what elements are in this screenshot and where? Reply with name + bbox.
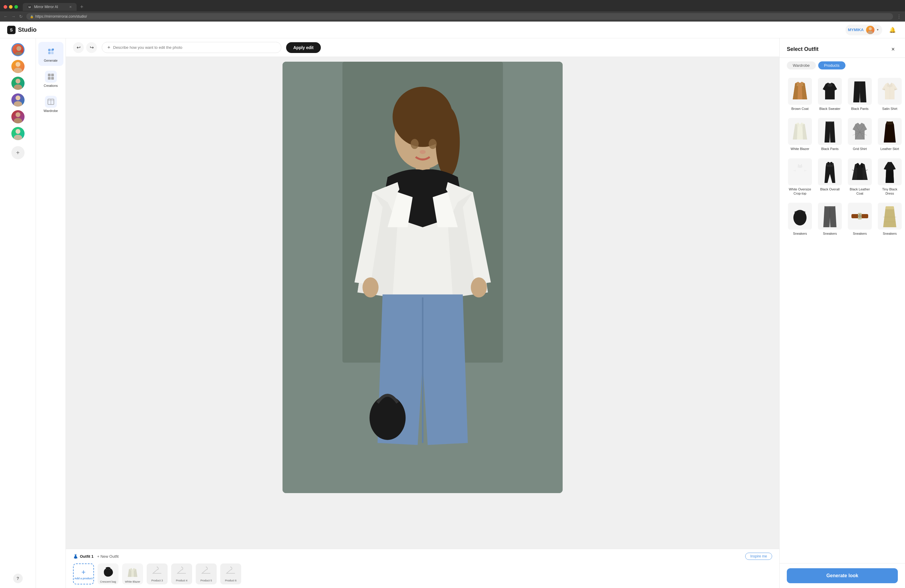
svg-rect-22: [51, 74, 54, 76]
outfit-grid: Brown Coat Black Sweater: [780, 73, 905, 563]
app-logo: S Studio: [7, 26, 37, 34]
content-area: ↩ ↪ ✦ Apply edit: [66, 38, 779, 588]
grid-row-4: Sneakers Sneakers: [787, 200, 898, 238]
grid-item-grid-shirt[interactable]: Grid Shirt: [847, 116, 873, 153]
grid-item-satin-shirt[interactable]: Satin Shirt: [876, 75, 903, 113]
grid-item-sneakers-1[interactable]: Sneakers: [787, 200, 813, 238]
nav-avatar-3[interactable]: [11, 77, 25, 90]
outfit-item-product4[interactable]: Product 4: [171, 563, 192, 585]
browser-menu-btn[interactable]: ⋮: [897, 14, 902, 19]
new-outfit-btn[interactable]: + New Outfit: [97, 554, 119, 559]
outfit-item-product5[interactable]: Product 5: [196, 563, 217, 585]
tab-wardrobe-btn[interactable]: Wardrobe: [787, 61, 816, 70]
left-nav: + ?: [0, 38, 36, 588]
grid-item-sneakers-3[interactable]: Sneakers: [847, 200, 873, 238]
outfit-icon: 👗: [73, 554, 78, 559]
add-avatar-btn[interactable]: +: [11, 146, 25, 159]
inspire-me-btn[interactable]: Inspire me: [745, 553, 772, 560]
svg-point-8: [16, 79, 21, 84]
outfit-item-crescent-bag[interactable]: Crescent bag: [98, 563, 119, 585]
edit-input[interactable]: [113, 45, 276, 50]
user-dropdown-chevron: ▾: [877, 28, 879, 32]
sidebar-item-creations[interactable]: Creations: [38, 67, 64, 91]
close-window-btn[interactable]: [3, 5, 7, 9]
top-bar: S Studio MYMIKA ▾ 🔔: [0, 22, 905, 38]
outfit-item-white-blazer[interactable]: White Blazer: [122, 563, 143, 585]
nav-avatar-1[interactable]: [11, 43, 25, 56]
sidebar-item-generate[interactable]: Generate: [38, 42, 64, 66]
svg-point-39: [369, 396, 405, 440]
sneakers-1-label: Sneakers: [793, 231, 807, 236]
svg-point-42: [419, 150, 426, 154]
svg-point-20: [52, 49, 54, 50]
black-overall-img: [818, 158, 842, 185]
grid-shirt-label: Grid Shirt: [853, 147, 867, 151]
top-bar-right: MYMIKA ▾ 🔔: [845, 25, 898, 35]
grid-item-black-leather-coat[interactable]: Black Leather Coat: [847, 156, 873, 198]
nav-refresh-btn[interactable]: ↻: [19, 14, 23, 19]
outfit-item-product6[interactable]: Product 6: [220, 563, 241, 585]
grid-item-black-overall[interactable]: Black Overall: [817, 156, 843, 198]
generate-look-btn[interactable]: Generate look: [787, 568, 898, 583]
apply-edit-btn[interactable]: Apply edit: [286, 42, 321, 53]
grid-item-sneakers-2[interactable]: Sneakers: [817, 200, 843, 238]
minimize-window-btn[interactable]: [9, 5, 13, 9]
grid-item-sneakers-4[interactable]: Sneakers: [876, 200, 903, 238]
svg-rect-55: [887, 122, 893, 124]
white-crop-img: [788, 158, 812, 185]
tab-close-btn[interactable]: ✕: [69, 5, 72, 9]
black-leather-coat-img: [848, 158, 872, 185]
hanger-icon-5: [201, 566, 211, 578]
redo-btn[interactable]: ↪: [86, 42, 97, 53]
grid-item-brown-coat[interactable]: Brown Coat: [787, 75, 813, 113]
white-blazer-img-grid: [788, 118, 812, 145]
sidebar-item-wardrobe[interactable]: Wardrobe: [38, 92, 64, 116]
right-panel: Select Outfit × Wardrobe Products: [779, 38, 905, 588]
svg-point-36: [362, 278, 379, 297]
brown-coat-img: [788, 78, 812, 105]
add-product-btn[interactable]: + Add a product: [73, 563, 94, 585]
grid-item-black-pants-1[interactable]: Black Pants: [847, 75, 873, 113]
grid-item-white-blazer[interactable]: White Blazer: [787, 116, 813, 153]
help-btn[interactable]: ?: [13, 574, 23, 583]
new-tab-btn[interactable]: +: [80, 4, 84, 10]
svg-point-15: [14, 135, 22, 140]
tab-products-btn[interactable]: Products: [818, 61, 845, 70]
outfit-item-product3[interactable]: Product 3: [147, 563, 168, 585]
canvas-section: [66, 57, 779, 549]
sneakers-3-label: Sneakers: [853, 231, 867, 236]
grid-item-leather-skirt[interactable]: Leather Skirt: [876, 116, 903, 153]
nav-forward-btn[interactable]: →: [11, 14, 16, 19]
grid-item-tiny-black-dress[interactable]: Tiny Black Dress: [876, 156, 903, 198]
black-sweater-label: Black Sweater: [819, 106, 840, 111]
tab-favicon: M: [27, 5, 32, 9]
nav-avatar-6[interactable]: [11, 127, 25, 140]
sneakers-2-img: [818, 203, 842, 230]
svg-point-5: [15, 52, 23, 56]
user-name: MYMIKA: [848, 27, 864, 32]
grid-item-black-sweater[interactable]: Black Sweater: [817, 75, 843, 113]
svg-point-12: [16, 112, 21, 117]
nav-avatar-5[interactable]: [11, 110, 25, 123]
grid-item-black-pants-2[interactable]: Black Pants: [817, 116, 843, 153]
nav-avatar-4[interactable]: [11, 94, 25, 106]
generate-section: Generate look: [780, 563, 905, 588]
user-badge[interactable]: MYMIKA ▾: [845, 25, 882, 35]
notification-bell-btn[interactable]: 🔔: [887, 25, 898, 35]
white-blazer-img: [125, 565, 140, 580]
app-title: Studio: [18, 26, 37, 33]
svg-rect-60: [799, 210, 801, 212]
nav-avatar-2[interactable]: [11, 60, 25, 73]
crescent-bag-label: Crescent bag: [99, 580, 117, 583]
panel-close-btn[interactable]: ×: [888, 44, 898, 54]
nav-back-btn[interactable]: ←: [3, 14, 8, 19]
sneakers-4-label: Sneakers: [883, 231, 897, 236]
browser-tab[interactable]: M Mirror Mirror AI ✕: [23, 3, 76, 11]
grid-item-white-crop[interactable]: White Oversize Crop-top: [787, 156, 813, 198]
user-avatar: [866, 26, 875, 34]
grid-row-1: Brown Coat Black Sweater: [787, 75, 898, 113]
url-field[interactable]: 🔒 https://mirrormirrorai.com/studio/: [26, 13, 893, 20]
maximize-window-btn[interactable]: [14, 5, 18, 9]
wardrobe-icon: [45, 96, 57, 108]
undo-btn[interactable]: ↩: [73, 42, 84, 53]
